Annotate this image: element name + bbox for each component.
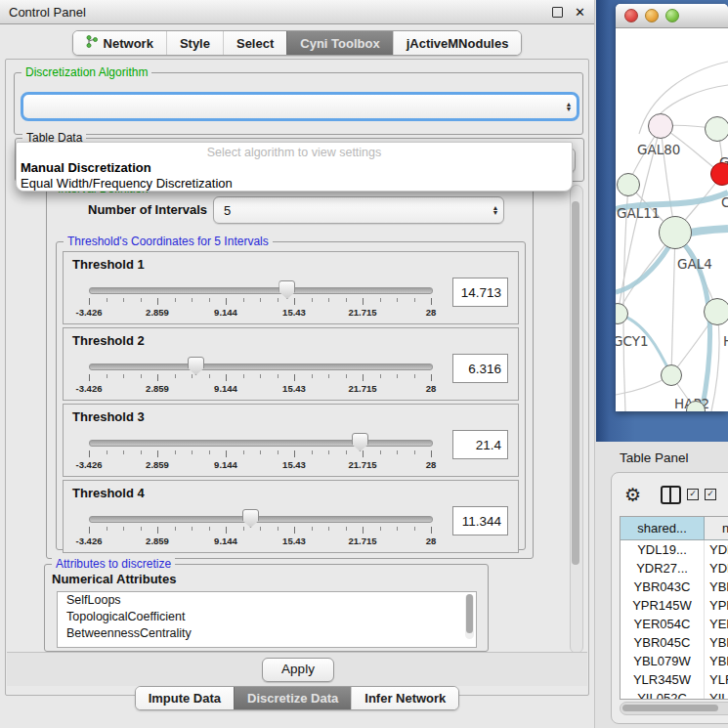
list-scrollbar[interactable]: [465, 594, 474, 639]
tick-mark: [312, 527, 313, 531]
tick-mark: [363, 374, 364, 381]
apply-button[interactable]: Apply: [262, 658, 334, 682]
close-traffic-light-icon[interactable]: [624, 9, 638, 22]
close-icon[interactable]: ✕: [575, 6, 585, 19]
scrollbar-thumb[interactable]: [572, 201, 579, 565]
tick-mark: [278, 374, 278, 378]
float-window-icon[interactable]: [552, 7, 563, 18]
tick-label: 21.715: [348, 459, 376, 470]
tab-discretize-data[interactable]: Discretize Data: [234, 687, 351, 709]
table-row[interactable]: YLR345WYLR3: [621, 670, 728, 689]
numerical-attributes-label: Numerical Attributes: [52, 572, 176, 586]
tick-label: 15.43: [282, 383, 306, 394]
column-header-shared-name[interactable]: shared...: [621, 517, 705, 539]
dropdown-item[interactable]: Equal Width/Frequency Discretization: [17, 175, 572, 191]
tick-label: 28: [426, 307, 437, 318]
network-node-gal4[interactable]: [659, 216, 692, 249]
checkbox-checked-icon[interactable]: ✓: [687, 489, 699, 500]
network-node-ga[interactable]: [705, 116, 728, 142]
tick-mark: [209, 527, 210, 531]
tab-network[interactable]: Network: [73, 31, 166, 55]
num-intervals-label: Number of Intervals: [88, 202, 207, 217]
attribute-list-item[interactable]: TopologicalCoefficient: [58, 609, 476, 625]
cell-shared-name: YBR045C: [621, 633, 705, 652]
checkbox-checked-icon[interactable]: ✓: [705, 489, 716, 500]
table-row[interactable]: YBL079WYBL0: [621, 652, 728, 670]
table-row[interactable]: YBR043CYBR0: [621, 578, 728, 596]
network-canvas[interactable]: GAL80GACGAL11GAL4GCY1HHAP2: [616, 28, 728, 411]
column-split-icon[interactable]: [661, 486, 681, 504]
cell-name: YDL1: [705, 540, 728, 559]
minimize-traffic-light-icon[interactable]: [645, 9, 659, 22]
tab-infer-network[interactable]: Infer Network: [351, 687, 458, 709]
table-horizontal-scrollbar[interactable]: [620, 702, 728, 715]
zoom-traffic-light-icon[interactable]: [665, 9, 679, 22]
slider-thumb[interactable]: [242, 509, 259, 528]
table-row[interactable]: YDR27...YDR2: [621, 559, 728, 578]
dropdown-item[interactable]: Manual Discretization: [17, 159, 572, 175]
tick-mark: [397, 527, 398, 531]
combo-stepper-icon[interactable]: ▲▼: [561, 95, 577, 118]
combo-stepper-icon[interactable]: ▲▼: [488, 205, 503, 215]
slider-thumb[interactable]: [188, 357, 204, 375]
control-panel: Control Panel ✕ NetworkStyleSelectCyni T…: [0, 0, 595, 728]
table-row[interactable]: YDL19...YDL1: [621, 540, 728, 559]
tick-mark: [312, 298, 313, 302]
threshold-value-field[interactable]: 6.316: [452, 354, 508, 383]
tick-mark: [141, 298, 142, 302]
tick-mark: [346, 527, 347, 531]
scrollbar-thumb[interactable]: [622, 705, 718, 711]
cell-name: YIL0: [705, 689, 728, 700]
algorithm-combobox[interactable]: ▲▼: [21, 92, 579, 121]
slider-track[interactable]: [89, 364, 433, 370]
attribute-list-item[interactable]: BetweennessCentrality: [58, 625, 476, 642]
tab-style[interactable]: Style: [166, 31, 223, 55]
gear-icon[interactable]: ⚙: [624, 486, 641, 504]
tick-mark: [192, 450, 193, 454]
tick-label: 2.859: [146, 535, 169, 546]
slider-thumb[interactable]: [352, 433, 368, 451]
column-header-name[interactable]: n: [705, 517, 728, 539]
table-row[interactable]: YPR145WYPR1: [621, 596, 728, 615]
slider-track[interactable]: [89, 287, 433, 294]
numerical-attributes-list[interactable]: SelfLoopsTopologicalCoefficientBetweenne…: [57, 591, 477, 648]
table-row[interactable]: YBR045CYBR0: [621, 633, 728, 652]
cell-shared-name: YPR145W: [621, 596, 705, 615]
network-node-h[interactable]: [704, 298, 728, 325]
tick-mark: [157, 374, 158, 381]
node-label-gcy1: GCY1: [616, 333, 649, 349]
slider-track[interactable]: [89, 516, 433, 523]
tick-mark: [175, 527, 176, 531]
tick-label: 21.715: [348, 535, 376, 546]
table-row[interactable]: YER054CYER0: [621, 615, 728, 633]
table-row[interactable]: YIL052CYIL0: [621, 689, 728, 700]
attribute-list-item[interactable]: SelfLoops: [58, 592, 476, 609]
tick-mark: [107, 298, 107, 302]
tick-mark: [175, 450, 176, 454]
tick-label: 15.43: [282, 459, 306, 470]
tab-impute-data[interactable]: Impute Data: [136, 687, 234, 709]
tick-mark: [397, 298, 398, 302]
tick-label: 9.144: [214, 459, 237, 470]
network-node-c[interactable]: [710, 162, 728, 186]
slider-thumb[interactable]: [278, 280, 295, 299]
tick-mark: [209, 298, 210, 302]
cell-shared-name: YBR043C: [621, 578, 705, 596]
threshold-value-field[interactable]: 11.344: [452, 506, 508, 535]
threshold-panel-4: Threshold 4-3.4262.8599.14415.4321.71528…: [63, 480, 519, 553]
threshold-value-field[interactable]: 21.4: [452, 430, 508, 459]
network-node-gal80[interactable]: [648, 113, 673, 139]
panel-scrollbar[interactable]: [570, 185, 583, 654]
node-table[interactable]: shared... n YDL19...YDL1YDR27...YDR2YBR0…: [620, 516, 728, 700]
tab-jactivemnodules[interactable]: jActiveMNodules: [393, 31, 522, 55]
tick-mark: [414, 374, 415, 378]
network-node-hap2[interactable]: [661, 364, 682, 386]
threshold-value-field[interactable]: 14.713: [452, 278, 508, 307]
network-node-gal11[interactable]: [617, 173, 640, 196]
slider-track[interactable]: [89, 440, 433, 447]
num-intervals-combobox[interactable]: 5 ▲▼: [213, 196, 504, 224]
tab-cyni-toolbox[interactable]: Cyni Toolbox: [286, 31, 392, 55]
tick-mark: [157, 450, 158, 457]
algorithm-dropdown-popup: Select algorithm to view settings Manual…: [16, 142, 573, 192]
tab-select[interactable]: Select: [223, 31, 286, 55]
